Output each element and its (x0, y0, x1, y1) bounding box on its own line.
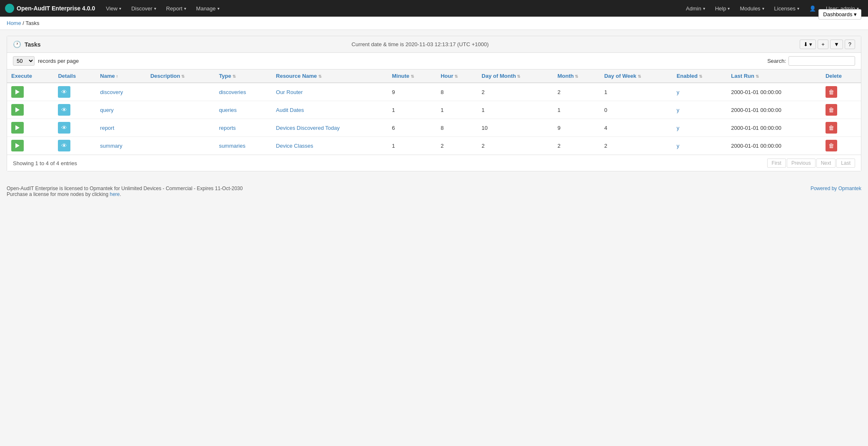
eye-icon: 👁 (61, 124, 67, 131)
nav-item-report[interactable]: Report ▾ (161, 0, 191, 17)
type-link[interactable]: discoveries (219, 89, 246, 95)
breadcrumb-separator: / (22, 20, 24, 26)
records-per-page-select[interactable]: 50 10 25 100 (13, 56, 35, 66)
next-button[interactable]: Next (816, 159, 836, 168)
nav-item-discover[interactable]: Discover ▾ (126, 0, 161, 17)
name-link[interactable]: report (100, 125, 114, 131)
breadcrumb-current: Tasks (25, 20, 39, 26)
nav-item-manage[interactable]: Manage ▾ (191, 0, 224, 17)
showing-label: Showing 1 to 4 of 4 entries (13, 160, 77, 166)
details-button[interactable]: 👁 (58, 140, 70, 151)
search-input[interactable] (788, 56, 855, 66)
col-execute[interactable]: Execute (7, 69, 54, 83)
help-button[interactable]: ? (845, 40, 855, 49)
col-last-run[interactable]: Last Run (727, 69, 821, 83)
nav-help[interactable]: Help ▾ (711, 0, 734, 17)
cell-details: 👁 (54, 119, 96, 137)
enabled-link[interactable]: y (676, 107, 679, 113)
enabled-link[interactable]: y (676, 125, 679, 131)
cell-description (146, 119, 215, 137)
col-minute[interactable]: Minute (388, 69, 436, 83)
cell-enabled: y (672, 83, 727, 101)
brand-icon (5, 4, 14, 13)
type-link[interactable]: queries (219, 107, 237, 113)
col-hour[interactable]: Hour (436, 69, 477, 83)
col-details[interactable]: Details (54, 69, 96, 83)
nav-admin[interactable]: Admin ▾ (682, 0, 709, 17)
purchase-label: Purchase a license for more nodes by cli… (7, 191, 110, 197)
nav-licenses[interactable]: Licenses ▾ (770, 0, 803, 17)
resource-link[interactable]: Device Classes (276, 143, 314, 149)
type-link[interactable]: summaries (219, 143, 246, 149)
cell-name: discovery (96, 83, 146, 101)
delete-button[interactable]: 🗑 (826, 104, 837, 116)
col-day-of-week[interactable]: Day of Week (600, 69, 673, 83)
details-button[interactable]: 👁 (58, 86, 70, 98)
breadcrumb-home[interactable]: Home (7, 20, 21, 26)
cell-hour: 2 (436, 137, 477, 155)
col-type[interactable]: Type (215, 69, 272, 83)
cell-minute: 6 (388, 119, 436, 137)
cell-hour: 8 (436, 119, 477, 137)
eye-icon: 👁 (61, 142, 67, 149)
cell-type: queries (215, 101, 272, 119)
previous-button[interactable]: Previous (787, 159, 816, 168)
card-header-left: 🕐 Tasks (13, 40, 41, 48)
nav-user[interactable]: User: admin ▾ (822, 0, 863, 17)
enabled-link[interactable]: y (676, 143, 679, 149)
resource-link[interactable]: Our Router (276, 89, 303, 95)
delete-button[interactable]: 🗑 (826, 86, 837, 98)
filter-button[interactable]: ▼ (830, 40, 843, 49)
details-button[interactable]: 👁 (58, 104, 70, 116)
execute-button[interactable] (11, 104, 24, 116)
table-row: 👁 discovery discoveries Our Router 9 8 2… (7, 83, 861, 101)
cell-details: 👁 (54, 101, 96, 119)
cell-hour: 1 (436, 101, 477, 119)
add-button[interactable]: + (818, 40, 828, 49)
cell-name: query (96, 101, 146, 119)
delete-button[interactable]: 🗑 (826, 122, 837, 134)
col-description[interactable]: Description (146, 69, 215, 83)
col-enabled[interactable]: Enabled (672, 69, 727, 83)
resource-link[interactable]: Audit Dates (276, 107, 304, 113)
cell-details: 👁 (54, 83, 96, 101)
purchase-link[interactable]: here (110, 191, 120, 197)
cell-delete: 🗑 (821, 119, 861, 137)
type-link[interactable]: reports (219, 125, 236, 131)
breadcrumb-bar: Home / Tasks Dashboards ▾ (0, 17, 868, 30)
details-button[interactable]: 👁 (58, 122, 70, 134)
cell-minute: 9 (388, 83, 436, 101)
delete-button[interactable]: 🗑 (826, 140, 837, 151)
nav-user-icon[interactable]: 👤 (805, 0, 820, 17)
col-month[interactable]: Month (553, 69, 600, 83)
caret: ▾ (184, 6, 186, 11)
brand: Open-AudIT Enterprise 4.0.0 (5, 4, 95, 13)
col-name[interactable]: Name (96, 69, 146, 83)
name-link[interactable]: discovery (100, 89, 123, 95)
table-row: 👁 report reports Devices Discovered Toda… (7, 119, 861, 137)
purchase-text: Purchase a license for more nodes by cli… (7, 191, 861, 197)
execute-button[interactable] (11, 140, 24, 151)
pagination: First Previous Next Last (767, 159, 855, 168)
nav-modules[interactable]: Modules ▾ (736, 0, 768, 17)
col-delete: Delete (821, 69, 861, 83)
powered-by-link[interactable]: Powered by Opmantek (811, 186, 861, 191)
clock-icon: 🕐 (13, 40, 21, 48)
nav-item-view[interactable]: View ▾ (101, 0, 126, 17)
enabled-link[interactable]: y (676, 89, 679, 95)
execute-button[interactable] (11, 86, 24, 98)
execute-button[interactable] (11, 122, 24, 134)
name-link[interactable]: summary (100, 143, 122, 149)
col-resource-name[interactable]: Resource Name (272, 69, 388, 83)
cell-month: 2 (553, 137, 600, 155)
cell-enabled: y (672, 101, 727, 119)
table-toolbar: 50 10 25 100 records per page Search: (7, 53, 861, 69)
search-label-text: Search: (767, 58, 786, 64)
name-link[interactable]: query (100, 107, 114, 113)
first-button[interactable]: First (767, 159, 786, 168)
resource-link[interactable]: Devices Discovered Today (276, 125, 340, 131)
col-day-of-month[interactable]: Day of Month (477, 69, 553, 83)
last-button[interactable]: Last (836, 159, 855, 168)
navbar: Open-AudIT Enterprise 4.0.0 View ▾ Disco… (0, 0, 868, 17)
download-button[interactable]: ⬇ ▾ (800, 40, 816, 49)
